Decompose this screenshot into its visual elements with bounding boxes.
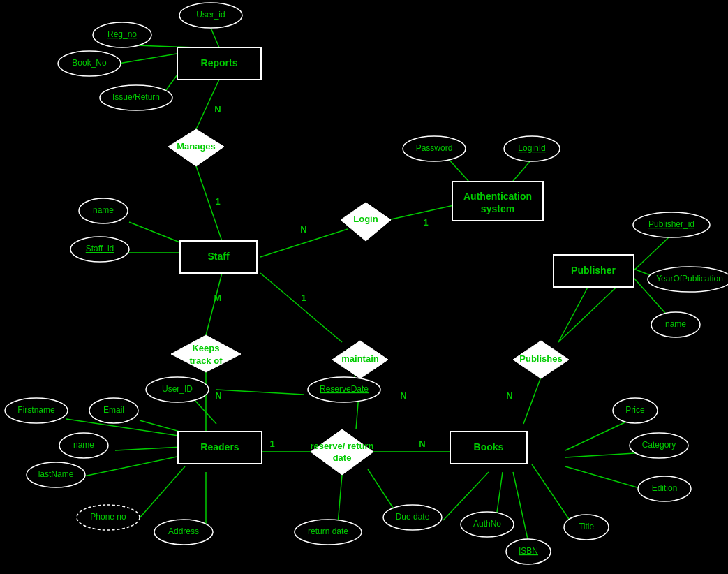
svg-line-2: [119, 52, 185, 64]
rel-keeps-track-label: Keeps: [192, 343, 219, 353]
attr-phone-no-label: Phone no: [90, 512, 126, 522]
svg-line-0: [211, 28, 219, 47]
attr-auth-no-label: AuthNo: [473, 519, 501, 529]
svg-line-21: [260, 273, 342, 342]
entity-auth-label: Authentication: [463, 191, 532, 202]
attr-user-id-label: User_id: [196, 10, 225, 20]
entity-publisher-label: Publisher: [571, 265, 616, 276]
cardinality-n4: N: [400, 390, 406, 401]
attr-price-label: Price: [625, 405, 645, 415]
attr-publisher-id-label: Publisher_id: [648, 219, 694, 229]
entity-staff-label: Staff: [207, 251, 229, 262]
rel-keeps-track-label2: track of: [190, 355, 223, 366]
attr-reg-no-label: Reg_no: [107, 29, 137, 39]
rel-login-label: Login: [353, 214, 378, 224]
attr-issue-return-label: Issue/Return: [112, 92, 160, 102]
entity-books-label: Books: [474, 441, 504, 452]
attr-title-label: Title: [579, 522, 595, 531]
attr-category-label: Category: [642, 440, 676, 450]
attr-address-label: Address: [168, 527, 199, 536]
entity-auth-label2: system: [481, 203, 514, 214]
svg-line-19: [138, 466, 185, 520]
cardinality-1d: 1: [269, 439, 274, 449]
attr-email-label: Email: [103, 405, 124, 415]
cardinality-n3: N: [215, 390, 221, 401]
rel-maintain-label: maintain: [341, 353, 379, 364]
attr-name-staff-label: name: [93, 205, 114, 215]
attr-due-date-label: Due date: [396, 512, 430, 522]
rel-keeps-track: [171, 335, 241, 372]
attr-login-id-label: LoginId: [518, 143, 545, 153]
svg-line-40: [216, 390, 304, 395]
svg-line-29: [523, 377, 541, 424]
cardinality-1a: 1: [215, 196, 220, 207]
rel-manages-label: Manages: [177, 141, 216, 152]
svg-line-36: [565, 422, 625, 450]
svg-line-12: [206, 273, 222, 335]
attr-reserve-date-label: ReserveDate: [320, 384, 369, 394]
cardinality-n5: N: [419, 439, 425, 449]
rel-reserve-label: reserve/ return: [310, 441, 373, 451]
cardinality-m: M: [214, 293, 222, 303]
cardinality-n2: N: [300, 224, 306, 235]
cardinality-n6: N: [506, 390, 512, 401]
rel-reserve-label2: date: [333, 452, 352, 463]
entity-reports-label: Reports: [201, 57, 238, 68]
entity-readers-label: Readers: [200, 441, 239, 452]
attr-name-pub-label: name: [665, 319, 686, 329]
attr-isbn-label: ISBN: [519, 546, 538, 556]
cardinality-1b: 1: [423, 217, 428, 228]
attr-return-date-label: return date: [308, 527, 348, 536]
attr-year-pub-label: YearOfPublication: [656, 274, 723, 284]
attr-staff-id-label: Staff_id: [86, 244, 114, 253]
svg-line-37: [565, 452, 646, 457]
svg-line-17: [115, 447, 184, 450]
cardinality-1c: 1: [301, 293, 306, 303]
attr-password-label: Password: [416, 143, 453, 153]
attr-edition-label: Edition: [652, 483, 678, 493]
svg-line-14: [194, 399, 216, 424]
attr-user-id-reader-label: User_ID: [162, 384, 193, 394]
er-diagram: Reports Staff Readers Authentication sys…: [0, 0, 728, 574]
attr-book-no-label: Book_No: [72, 58, 107, 68]
svg-line-18: [84, 455, 184, 476]
attr-name-reader-label: name: [73, 440, 94, 450]
rel-publishes-label: Publishes: [519, 353, 562, 364]
cardinality-n1: N: [214, 104, 221, 115]
attr-firstname-label: Firstname: [17, 405, 55, 415]
attr-lastname-label: lastName: [38, 469, 74, 479]
